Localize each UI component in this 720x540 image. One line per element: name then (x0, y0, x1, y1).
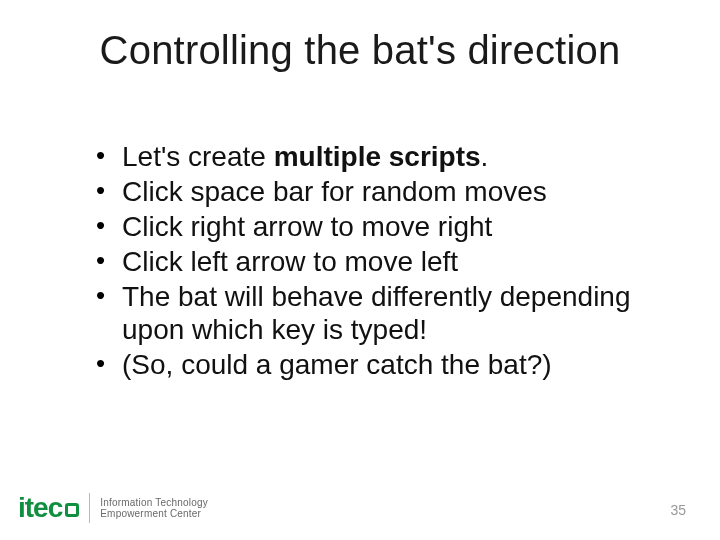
list-item: Click left arrow to move left (88, 245, 660, 278)
bullet-text: The bat will behave differently dependin… (122, 281, 631, 345)
bullet-text: Let's create (122, 141, 274, 172)
slide-body: Let's create multiple scripts. Click spa… (88, 140, 660, 383)
list-item: Click space bar for random moves (88, 175, 660, 208)
logo-divider (89, 493, 90, 523)
bullet-text: (So, could a gamer catch the bat?) (122, 349, 552, 380)
bullet-text: Click left arrow to move left (122, 246, 458, 277)
bullet-bold: multiple scripts (274, 141, 481, 172)
bullet-text: Click right arrow to move right (122, 211, 492, 242)
list-item: The bat will behave differently dependin… (88, 280, 660, 346)
logo-wordmark: itec (18, 492, 62, 524)
page-number: 35 (670, 502, 686, 518)
slide-title: Controlling the bat's direction (0, 28, 720, 73)
bullet-list: Let's create multiple scripts. Click spa… (88, 140, 660, 381)
footer-logo: itec Information Technology Empowerment … (18, 492, 208, 524)
list-item: Click right arrow to move right (88, 210, 660, 243)
logo-tagline: Information Technology Empowerment Cente… (100, 497, 208, 520)
bullet-text: . (481, 141, 489, 172)
list-item: Let's create multiple scripts. (88, 140, 660, 173)
logo-tagline-line: Information Technology (100, 497, 208, 509)
logo-mark: itec (18, 492, 79, 524)
logo-tagline-line: Empowerment Center (100, 508, 208, 520)
list-item: (So, could a gamer catch the bat?) (88, 348, 660, 381)
slide: Controlling the bat's direction Let's cr… (0, 0, 720, 540)
logo-square-icon (65, 503, 79, 517)
bullet-text: Click space bar for random moves (122, 176, 547, 207)
